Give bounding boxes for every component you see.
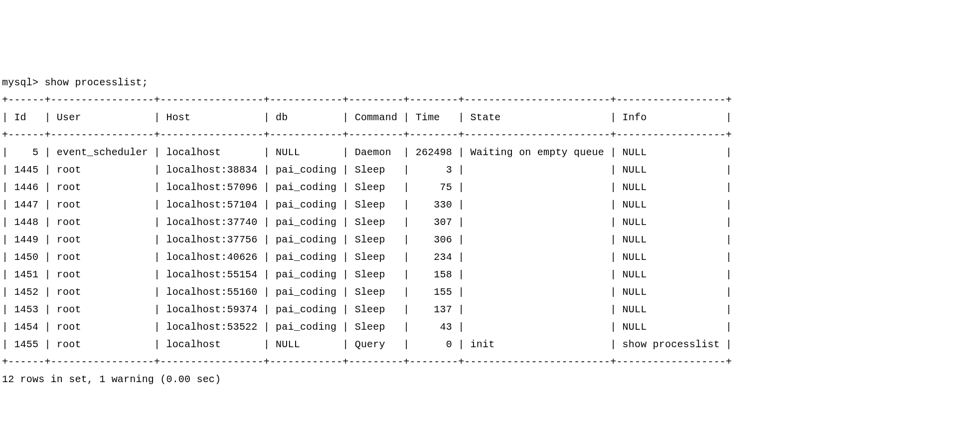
command: show processlist; [44, 77, 148, 88]
terminal-output: mysql> show processlist; +------+-------… [2, 74, 978, 388]
table-header: | Id | User | Host | db | Command | Time… [2, 112, 732, 123]
table-body: | 5 | event_scheduler | localhost | NULL… [2, 147, 732, 350]
table-border-bottom: +------+-----------------+--------------… [2, 356, 732, 368]
result-footer: 12 rows in set, 1 warning (0.00 sec) [2, 374, 221, 385]
prompt: mysql> [2, 77, 44, 88]
table-border-mid: +------+-----------------+--------------… [2, 129, 732, 141]
table-border-top: +------+-----------------+--------------… [2, 94, 732, 106]
